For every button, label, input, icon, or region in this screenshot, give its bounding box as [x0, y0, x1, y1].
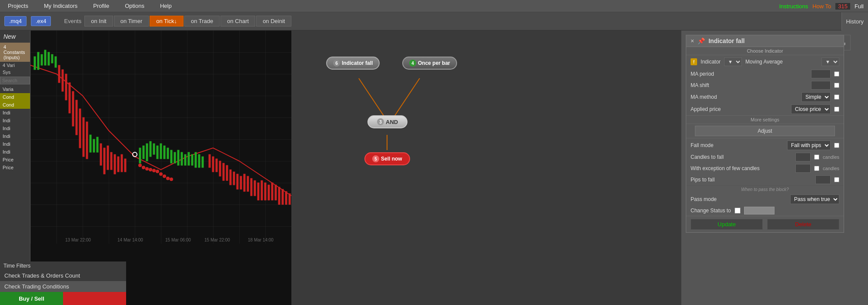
svg-rect-50	[219, 161, 221, 176]
svg-point-74	[145, 167, 149, 171]
exception-input[interactable]: 0	[795, 164, 811, 173]
event-on-tick[interactable]: on Tick↓	[150, 16, 184, 27]
ma-shift-input[interactable]: 0	[811, 81, 831, 90]
sidebar-item-7[interactable]: Indi	[0, 140, 30, 148]
buy-button[interactable]: Buy / Sell	[0, 292, 63, 305]
exception-checkbox[interactable]	[814, 166, 819, 171]
svg-rect-37	[170, 150, 172, 163]
node-and[interactable]: 3 AND	[367, 115, 407, 128]
svg-point-72	[138, 164, 142, 167]
search-input[interactable]	[0, 77, 30, 84]
svg-rect-10	[65, 74, 67, 100]
menu-profile[interactable]: Profile	[90, 2, 113, 10]
applied-price-select[interactable]: Close price	[791, 104, 831, 114]
svg-rect-32	[153, 144, 155, 154]
svg-point-81	[170, 178, 173, 181]
indicator-type-dropdown[interactable]: ▼	[821, 57, 839, 66]
sidebar-item-8[interactable]: Indi	[0, 148, 30, 156]
ma-method-checkbox[interactable]	[834, 94, 839, 100]
event-on-chart[interactable]: on Chart	[220, 16, 255, 27]
event-on-deinit[interactable]: on Deinit	[256, 16, 291, 27]
panel-close-button[interactable]: ×	[691, 37, 694, 44]
sidebar-item-2[interactable]: Cond	[0, 101, 30, 109]
svg-point-75	[149, 168, 152, 171]
ma-shift-checkbox[interactable]	[834, 83, 839, 88]
svg-rect-6	[51, 54, 53, 63]
svg-rect-49	[216, 159, 217, 172]
sidebar-item-0[interactable]: Varia	[0, 85, 30, 93]
panel-pin-button[interactable]: 📌	[698, 37, 705, 44]
delete-button[interactable]: Delete	[767, 219, 839, 230]
ex4-button[interactable]: .ex4	[31, 16, 51, 26]
indicator-dropdown[interactable]: ▼	[724, 57, 742, 66]
svg-rect-5	[48, 52, 50, 65]
node-indicator-fall[interactable]: 6 Indicator fall	[326, 57, 380, 70]
svg-rect-31	[150, 141, 151, 157]
indicator-label: Indicator	[701, 59, 721, 65]
sell-button[interactable]	[63, 292, 126, 305]
bottom-left-panel: Time Filters Check Trades & Orders Count…	[0, 261, 126, 305]
sidebar-item-5[interactable]: Indi	[0, 124, 30, 132]
update-button[interactable]: Update	[691, 219, 763, 230]
node-indicator-fall-label: Indicator fall	[342, 60, 373, 66]
fall-mode-select[interactable]: Fall with pips	[787, 141, 831, 150]
candles-to-fall-label: Candles to fall	[691, 154, 792, 160]
sidebar-item-3[interactable]: Indi	[0, 109, 30, 117]
instructions-link[interactable]: Instructions	[779, 3, 808, 10]
sidebar-item-4[interactable]: Indi	[0, 117, 30, 124]
svg-text:18 Mar 14:00: 18 Mar 14:00	[248, 238, 274, 242]
svg-rect-19	[97, 137, 98, 152]
status-color-box[interactable]	[744, 207, 775, 215]
pips-to-fall-checkbox[interactable]	[834, 177, 839, 182]
howto-link[interactable]: How To	[812, 3, 831, 10]
candles-to-fall-input[interactable]: 4	[795, 153, 811, 161]
applied-price-checkbox[interactable]	[834, 107, 839, 112]
pips-to-fall-label: Pips to fall	[691, 177, 812, 183]
sidebar-item-1[interactable]: Cond	[0, 93, 30, 101]
more-settings-bar[interactable]: More settings	[686, 115, 844, 124]
pips-to-fall-input[interactable]: 10	[815, 175, 831, 184]
node-once-per-bar-label: Once per bar	[418, 60, 450, 66]
event-on-init[interactable]: on Init	[84, 16, 113, 27]
adjust-bar-wrapper: Adjust	[691, 126, 839, 136]
ma-shift-label: MA shift	[691, 82, 808, 88]
constants-header[interactable]: 4 Constants (Inputs)	[0, 43, 30, 62]
check-trading-item[interactable]: Check Trading Conditions	[0, 281, 126, 292]
candles-to-fall-checkbox[interactable]	[814, 154, 819, 160]
change-status-checkbox[interactable]	[734, 208, 741, 214]
sidebar-item-6[interactable]: Indi	[0, 132, 30, 140]
sidebar-vari[interactable]: 4 Vari	[0, 62, 30, 69]
menu-my-indicators[interactable]: My Indicators	[40, 2, 81, 10]
svg-text:13 Mar 22:00: 13 Mar 22:00	[65, 238, 91, 242]
menu-options[interactable]: Options	[121, 2, 148, 10]
sidebar-item-10[interactable]: Price	[0, 164, 30, 171]
node-5-badge: 5	[372, 155, 379, 162]
adjust-button[interactable]: Adjust	[695, 126, 835, 136]
ma-method-select[interactable]: Simple	[801, 92, 831, 102]
pass-mode-select[interactable]: Pass when true	[790, 194, 839, 204]
menu-projects[interactable]: Projects	[4, 2, 32, 10]
menu-help[interactable]: Help	[157, 2, 175, 10]
node-once-per-bar[interactable]: 4 Once per bar	[402, 57, 457, 70]
panel-subtitle: Choose Indicator	[686, 47, 844, 55]
svg-rect-2	[37, 52, 39, 70]
fall-mode-checkbox[interactable]	[834, 143, 839, 148]
ma-period-input[interactable]: 14	[811, 70, 831, 78]
node-sell-now[interactable]: 5 Sell now	[364, 152, 410, 165]
svg-rect-30	[146, 144, 148, 161]
event-on-trade[interactable]: on Trade	[184, 16, 220, 27]
candles-unit-label: candles	[823, 154, 839, 160]
event-on-timer[interactable]: on Timer	[114, 16, 149, 27]
svg-point-73	[142, 166, 145, 169]
sidebar-item-9[interactable]: Price	[0, 156, 30, 164]
svg-rect-35	[164, 146, 165, 159]
exception-unit-label: candles	[823, 166, 839, 171]
ma-period-checkbox[interactable]	[834, 71, 839, 77]
fall-mode-row: Fall mode Fall with pips	[686, 139, 844, 151]
svg-rect-61	[257, 183, 259, 200]
check-trades-item[interactable]: Check Trades & Orders Count	[0, 270, 126, 281]
svg-rect-9	[62, 70, 63, 91]
sidebar-sys[interactable]: Sys	[0, 69, 30, 76]
mq4-button[interactable]: .mq4	[4, 16, 27, 26]
svg-rect-27	[124, 159, 126, 172]
